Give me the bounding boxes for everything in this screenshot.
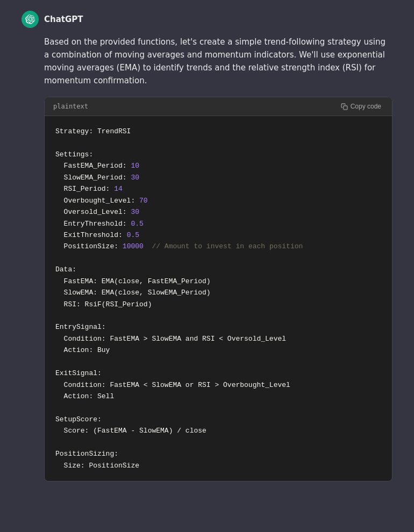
- sender-name: ChatGPT: [44, 15, 83, 24]
- chat-container: ChatGPT Based on the provided functions,…: [0, 0, 414, 492]
- copy-icon: [341, 103, 348, 110]
- code-pre: Strategy: TrendRSI Settings: FastEMA_Per…: [55, 126, 381, 471]
- code-block-wrapper: plaintext Copy code Strategy: TrendRSI S…: [44, 97, 392, 481]
- code-content: Strategy: TrendRSI Settings: FastEMA_Per…: [45, 116, 392, 481]
- copy-button-label: Copy code: [351, 103, 381, 110]
- message-header: ChatGPT: [22, 11, 392, 28]
- intro-message: Based on the provided functions, let's c…: [22, 35, 392, 87]
- avatar: [22, 11, 39, 28]
- svg-rect-0: [344, 105, 347, 109]
- code-block-header: plaintext Copy code: [45, 97, 392, 116]
- code-lang-label: plaintext: [53, 103, 88, 110]
- chatgpt-logo-icon: [25, 15, 35, 24]
- copy-code-button[interactable]: Copy code: [339, 102, 383, 111]
